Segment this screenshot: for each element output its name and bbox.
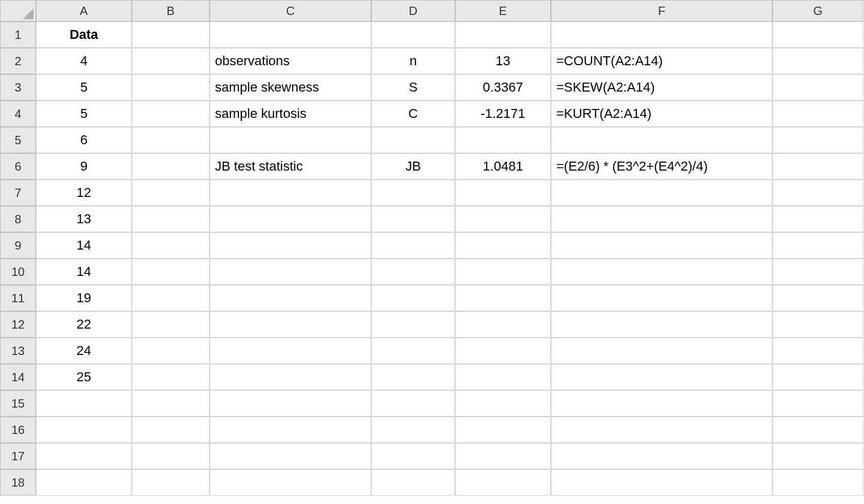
cell-D4[interactable]: C — [371, 101, 455, 127]
cell-G6[interactable] — [772, 153, 863, 180]
cell-E6[interactable]: 1.0481 — [455, 153, 551, 180]
row-header-1[interactable]: 1 — [0, 22, 36, 48]
cell-D9[interactable] — [371, 232, 455, 259]
cell-E2[interactable]: 13 — [455, 48, 551, 74]
cell-A16[interactable] — [36, 417, 132, 443]
row-header-6[interactable]: 6 — [0, 153, 36, 180]
cell-D11[interactable] — [371, 285, 455, 311]
cell-B5[interactable] — [132, 127, 210, 153]
cell-E16[interactable] — [455, 417, 551, 443]
cell-A3[interactable]: 5 — [36, 74, 132, 101]
cell-F2[interactable]: =COUNT(A2:A14) — [551, 48, 772, 74]
row-header-3[interactable]: 3 — [0, 74, 36, 101]
row-header-16[interactable]: 16 — [0, 417, 36, 443]
column-header-G[interactable]: G — [772, 0, 863, 22]
cell-C15[interactable] — [210, 390, 371, 417]
cell-D2[interactable]: n — [371, 48, 455, 74]
cell-G8[interactable] — [772, 206, 863, 232]
row-header-17[interactable]: 17 — [0, 443, 36, 469]
cell-E17[interactable] — [455, 443, 551, 469]
cell-F8[interactable] — [551, 206, 772, 232]
row-header-18[interactable]: 18 — [0, 469, 36, 496]
cell-B4[interactable] — [132, 101, 210, 127]
cell-E10[interactable] — [455, 259, 551, 285]
cell-D15[interactable] — [371, 390, 455, 417]
row-header-11[interactable]: 11 — [0, 285, 36, 311]
cell-D3[interactable]: S — [371, 74, 455, 101]
row-header-2[interactable]: 2 — [0, 48, 36, 74]
cell-D10[interactable] — [371, 259, 455, 285]
cell-A4[interactable]: 5 — [36, 101, 132, 127]
cell-A2[interactable]: 4 — [36, 48, 132, 74]
cell-A8[interactable]: 13 — [36, 206, 132, 232]
cell-D8[interactable] — [371, 206, 455, 232]
cell-G1[interactable] — [772, 22, 863, 48]
row-header-7[interactable]: 7 — [0, 180, 36, 206]
cell-B16[interactable] — [132, 417, 210, 443]
cell-D12[interactable] — [371, 311, 455, 338]
cell-C10[interactable] — [210, 259, 371, 285]
cell-B7[interactable] — [132, 180, 210, 206]
column-header-A[interactable]: A — [36, 0, 132, 22]
cell-F11[interactable] — [551, 285, 772, 311]
cell-B17[interactable] — [132, 443, 210, 469]
select-all-corner[interactable] — [0, 0, 36, 22]
cell-G13[interactable] — [772, 338, 863, 364]
cell-G14[interactable] — [772, 364, 863, 390]
cell-C14[interactable] — [210, 364, 371, 390]
column-header-D[interactable]: D — [371, 0, 455, 22]
row-header-10[interactable]: 10 — [0, 259, 36, 285]
cell-C18[interactable] — [210, 469, 371, 496]
cell-C8[interactable] — [210, 206, 371, 232]
cell-G12[interactable] — [772, 311, 863, 338]
column-header-C[interactable]: C — [210, 0, 371, 22]
cell-B15[interactable] — [132, 390, 210, 417]
cell-D7[interactable] — [371, 180, 455, 206]
cell-A14[interactable]: 25 — [36, 364, 132, 390]
cell-F10[interactable] — [551, 259, 772, 285]
cell-B9[interactable] — [132, 232, 210, 259]
cell-E8[interactable] — [455, 206, 551, 232]
cell-E3[interactable]: 0.3367 — [455, 74, 551, 101]
cell-G16[interactable] — [772, 417, 863, 443]
cell-D16[interactable] — [371, 417, 455, 443]
row-header-4[interactable]: 4 — [0, 101, 36, 127]
cell-A10[interactable]: 14 — [36, 259, 132, 285]
cell-A17[interactable] — [36, 443, 132, 469]
cell-C2[interactable]: observations — [210, 48, 371, 74]
cell-B14[interactable] — [132, 364, 210, 390]
cell-C6[interactable]: JB test statistic — [210, 153, 371, 180]
cell-B6[interactable] — [132, 153, 210, 180]
cell-C17[interactable] — [210, 443, 371, 469]
cell-D17[interactable] — [371, 443, 455, 469]
cell-C7[interactable] — [210, 180, 371, 206]
cell-F14[interactable] — [551, 364, 772, 390]
cell-G7[interactable] — [772, 180, 863, 206]
row-header-14[interactable]: 14 — [0, 364, 36, 390]
row-header-8[interactable]: 8 — [0, 206, 36, 232]
cell-E5[interactable] — [455, 127, 551, 153]
cell-B8[interactable] — [132, 206, 210, 232]
cell-F18[interactable] — [551, 469, 772, 496]
row-header-15[interactable]: 15 — [0, 390, 36, 417]
cell-C11[interactable] — [210, 285, 371, 311]
cell-D1[interactable] — [371, 22, 455, 48]
cell-C13[interactable] — [210, 338, 371, 364]
cell-F5[interactable] — [551, 127, 772, 153]
cell-G15[interactable] — [772, 390, 863, 417]
cell-A13[interactable]: 24 — [36, 338, 132, 364]
column-header-E[interactable]: E — [455, 0, 551, 22]
cell-F15[interactable] — [551, 390, 772, 417]
cell-F1[interactable] — [551, 22, 772, 48]
column-header-B[interactable]: B — [132, 0, 210, 22]
cell-D6[interactable]: JB — [371, 153, 455, 180]
cell-G11[interactable] — [772, 285, 863, 311]
cell-E13[interactable] — [455, 338, 551, 364]
cell-F17[interactable] — [551, 443, 772, 469]
cell-D5[interactable] — [371, 127, 455, 153]
column-header-F[interactable]: F — [551, 0, 772, 22]
cell-F12[interactable] — [551, 311, 772, 338]
cell-A18[interactable] — [36, 469, 132, 496]
cell-E18[interactable] — [455, 469, 551, 496]
cell-G17[interactable] — [772, 443, 863, 469]
